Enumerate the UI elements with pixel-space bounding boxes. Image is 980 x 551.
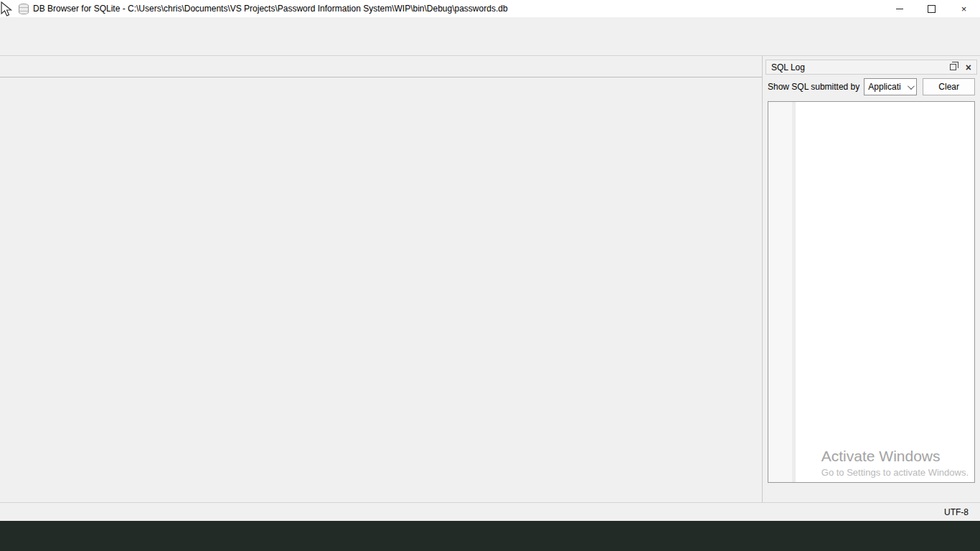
close-button[interactable]: × bbox=[948, 0, 980, 17]
sql-log-title: SQL Log bbox=[771, 62, 950, 72]
close-panel-icon[interactable]: × bbox=[963, 64, 974, 71]
app-icon bbox=[19, 4, 29, 14]
maximize-button[interactable] bbox=[915, 0, 948, 17]
content-area: SQL Log × Show SQL submitted by Applicat… bbox=[0, 56, 980, 502]
clear-log-button[interactable]: Clear bbox=[923, 78, 975, 95]
db-browser-window: DB Browser for SQLite - C:\Users\chris\D… bbox=[0, 0, 980, 521]
dock-area bbox=[0, 77, 762, 502]
sql-source-select[interactable]: Applicati bbox=[864, 78, 917, 95]
chevron-down-icon bbox=[908, 83, 915, 90]
window-title: DB Browser for SQLite - C:\Users\chris\D… bbox=[33, 4, 883, 14]
dock-column-right bbox=[382, 81, 757, 501]
dock-column-left bbox=[3, 81, 376, 501]
sql-log-titlebar: SQL Log × bbox=[765, 60, 977, 75]
show-sql-label: Show SQL submitted by bbox=[768, 82, 859, 92]
sql-log-view[interactable] bbox=[768, 101, 975, 483]
sql-log-controls: Show SQL submitted by Applicati Clear bbox=[763, 75, 980, 99]
dock-tab-strip bbox=[382, 87, 757, 103]
title-bar: DB Browser for SQLite - C:\Users\chris\D… bbox=[0, 0, 980, 17]
menu-bar bbox=[0, 17, 980, 34]
status-bar: UTF-8 bbox=[0, 502, 980, 521]
float-panel-icon[interactable] bbox=[950, 64, 956, 70]
encoding-indicator[interactable]: UTF-8 bbox=[944, 507, 969, 517]
sql-source-value: Applicati bbox=[868, 82, 908, 92]
windows-taskbar bbox=[0, 521, 980, 551]
main-toolbar bbox=[0, 34, 980, 56]
sql-log-panel: SQL Log × Show SQL submitted by Applicat… bbox=[762, 56, 980, 502]
main-tab-bar bbox=[0, 56, 762, 77]
browse-data-pane bbox=[0, 56, 762, 502]
minimize-button[interactable] bbox=[883, 0, 915, 17]
